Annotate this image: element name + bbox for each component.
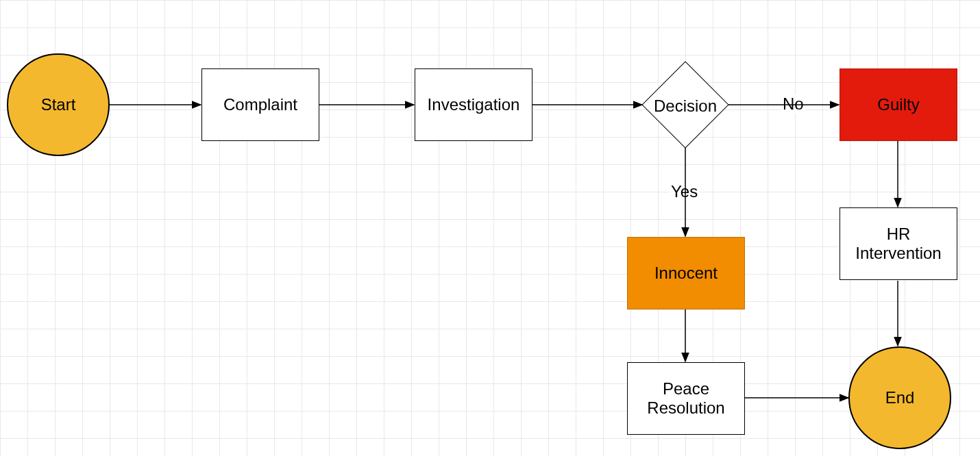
node-guilty[interactable]: Guilty [840,68,957,141]
node-complaint[interactable]: Complaint [201,68,319,141]
edge-label-yes: Yes [670,182,699,201]
node-investigation[interactable]: Investigation [415,68,532,141]
node-start[interactable]: Start [7,53,110,156]
node-innocent-label: Innocent [654,264,718,283]
node-start-label: Start [41,95,76,114]
node-end[interactable]: End [848,346,951,449]
node-end-label: End [885,388,915,407]
node-hr-intervention-label: HR Intervention [843,225,954,262]
node-decision[interactable] [641,61,728,148]
edge-label-no-text: No [783,94,804,113]
node-peace-resolution[interactable]: Peace Resolution [627,362,745,435]
edge-label-no: No [781,94,805,114]
node-complaint-label: Complaint [223,95,297,114]
node-hr-intervention[interactable]: HR Intervention [840,207,957,280]
node-peace-resolution-label: Peace Resolution [630,379,742,417]
flowchart-canvas: Start Complaint Investigation Decision G… [0,0,980,456]
node-innocent[interactable]: Innocent [627,237,745,309]
node-guilty-label: Guilty [877,95,919,114]
node-investigation-label: Investigation [428,95,520,114]
edge-label-yes-text: Yes [671,182,698,201]
